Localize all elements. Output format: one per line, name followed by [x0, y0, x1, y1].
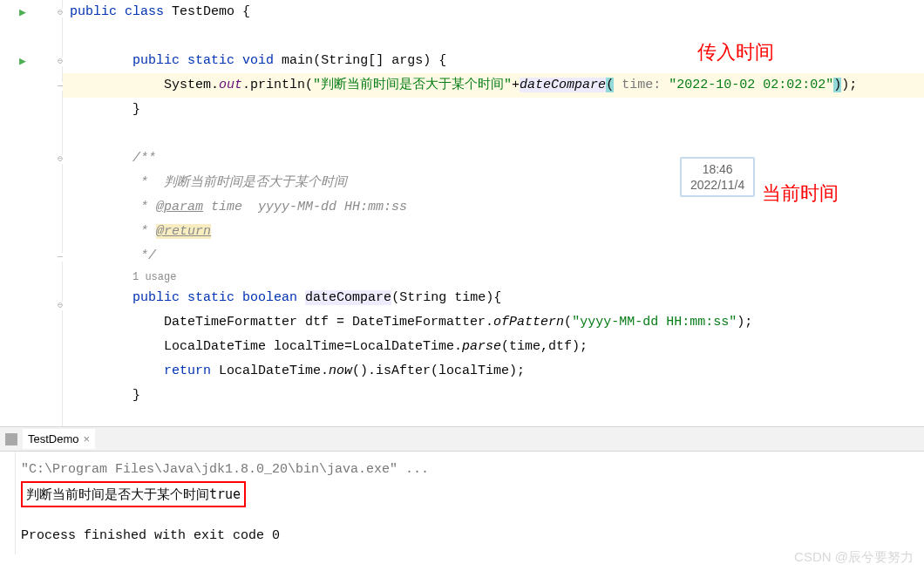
code-line: public static boolean dateCompare(String…	[63, 286, 924, 310]
console-exit-message: Process finished with exit code 0	[21, 525, 919, 547]
console-output-highlight: 判断当前时间是否大于某个时间true	[21, 481, 246, 507]
watermark: CSDN @辰兮要努力	[794, 549, 914, 566]
code-line: return LocalDateTime.now().isAfter(local…	[63, 359, 924, 384]
code-line: * @return	[63, 220, 924, 244]
code-line: }	[63, 384, 924, 408]
code-line: LocalDateTime localTime=LocalDateTime.pa…	[63, 335, 924, 359]
run-class-icon[interactable]: ▶	[19, 5, 26, 19]
console-tabs: TestDemo ×	[0, 427, 924, 452]
code-line: /**	[63, 146, 924, 171]
code-line	[63, 122, 924, 146]
fold-icon[interactable]: —	[58, 253, 63, 262]
code-line: */	[63, 244, 924, 269]
console-tab-label: TestDemo	[28, 432, 79, 445]
close-icon[interactable]: ×	[84, 432, 91, 445]
run-main-icon[interactable]: ▶	[19, 54, 26, 68]
clock-time: 18:46	[690, 161, 744, 177]
code-line: }	[63, 98, 924, 122]
console-tab-icon	[5, 433, 17, 445]
code-line: DateTimeFormatter dtf = DateTimeFormatte…	[63, 310, 924, 335]
clock-widget: 18:46 2022/11/4	[680, 157, 755, 197]
code-area[interactable]: public class TestDemo { public static vo…	[63, 0, 924, 426]
gutter: ▶ ▶ ⊖ ⊖ — ⊖ — ⊖	[0, 0, 63, 426]
fold-icon[interactable]: ⊖	[58, 58, 63, 66]
fold-icon[interactable]: ⊖	[58, 9, 63, 17]
code-line	[63, 24, 924, 49]
code-line: public class TestDemo {	[63, 0, 924, 24]
fold-icon[interactable]: ⊖	[58, 302, 63, 310]
console-gutter	[0, 452, 16, 554]
fold-icon[interactable]: —	[58, 82, 63, 91]
console-command: "C:\Program Files\Java\jdk1.8.0_20\bin\j…	[21, 459, 919, 481]
console-panel: TestDemo × "C:\Program Files\Java\jdk1.8…	[0, 427, 924, 554]
code-line: public static void main(String[] args) {	[63, 49, 924, 73]
usage-hint[interactable]: 1 usage	[63, 269, 924, 286]
console-body[interactable]: "C:\Program Files\Java\jdk1.8.0_20\bin\j…	[0, 452, 924, 554]
code-line-active: System.out.println("判断当前时间是否大于某个时间"+date…	[63, 73, 924, 98]
console-tab[interactable]: TestDemo ×	[23, 429, 95, 449]
editor-area: ▶ ▶ ⊖ ⊖ — ⊖ — ⊖ public class TestDemo { …	[0, 0, 924, 427]
clock-date: 2022/11/4	[690, 177, 744, 193]
fold-icon[interactable]: ⊖	[58, 155, 63, 164]
annotation-input-time: 传入时间	[697, 40, 774, 65]
annotation-current-time: 当前时间	[762, 181, 839, 206]
